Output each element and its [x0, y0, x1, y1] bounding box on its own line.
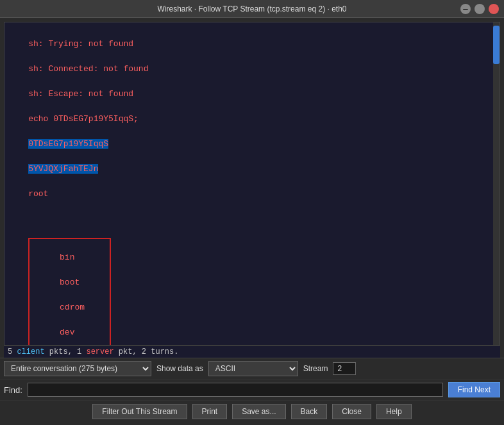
line-2: sh: Connected: not found: [28, 64, 148, 74]
client-label: client: [17, 347, 44, 356]
stream-content-area[interactable]: sh: Trying: not found sh: Connected: not…: [4, 22, 500, 346]
find-label: Find:: [4, 385, 22, 395]
title-bar: Wireshark · Follow TCP Stream (tcp.strea…: [0, 0, 504, 18]
window-title: Wireshark · Follow TCP Stream (tcp.strea…: [44, 4, 460, 13]
line-bin: bin: [60, 253, 74, 262]
line-cdrom: cdrom: [60, 303, 85, 312]
show-data-label: Show data as: [156, 364, 203, 373]
server-label: server: [86, 347, 113, 356]
maximize-button[interactable]: [475, 4, 485, 14]
stream-text: sh: Trying: not found sh: Connected: not…: [8, 25, 496, 346]
stream-label: Stream: [303, 364, 328, 373]
save-as-button[interactable]: Save as...: [232, 404, 285, 419]
find-next-button[interactable]: Find Next: [448, 382, 500, 397]
line-3: sh: Escape: not found: [28, 89, 133, 99]
line-6: 5YVJQXjFahTEJn: [28, 164, 98, 174]
show-data-dropdown[interactable]: ASCII Hex Dump C Arrays Raw YAML: [208, 361, 298, 376]
line-boot: boot: [60, 278, 80, 287]
find-input[interactable]: [28, 383, 443, 397]
stream-spinbox[interactable]: [333, 362, 356, 375]
line-5: 0TDsEG7p19Y5IqqS: [28, 139, 108, 149]
status-pkts2: pkt, 2 turns.: [114, 347, 179, 356]
conversation-dropdown[interactable]: Entire conversation (275 bytes): [4, 361, 151, 376]
filter-out-button[interactable]: Filter Out This Stream: [92, 404, 187, 419]
line-4: echo 0TDsEG7p19Y5IqqS;: [28, 114, 139, 124]
controls-row-2: Find: Find Next: [0, 379, 504, 400]
controls-row-1: Entire conversation (275 bytes) Show dat…: [0, 358, 504, 379]
scrollbar[interactable]: [493, 22, 500, 345]
highlight-box: bin boot cdrom dev etc home initrd initr…: [28, 238, 111, 346]
help-button[interactable]: Help: [376, 404, 412, 419]
close-button[interactable]: Close: [332, 404, 371, 419]
print-button[interactable]: Print: [192, 404, 228, 419]
line-dev: dev: [60, 328, 74, 337]
minimize-button[interactable]: –: [460, 4, 471, 14]
status-pkts1: pkts, 1: [45, 347, 87, 356]
close-window-button[interactable]: [489, 4, 499, 14]
back-button[interactable]: Back: [291, 404, 328, 419]
line-1: sh: Trying: not found: [28, 39, 133, 49]
controls-row-3: Filter Out This Stream Print Save as... …: [0, 400, 504, 422]
scrollbar-thumb[interactable]: [493, 26, 500, 64]
line-7: root: [28, 189, 48, 199]
status-bar: 5 client pkts, 1 server pkt, 2 turns.: [4, 346, 500, 358]
window-controls: –: [460, 4, 499, 14]
status-count: 5: [8, 347, 17, 356]
